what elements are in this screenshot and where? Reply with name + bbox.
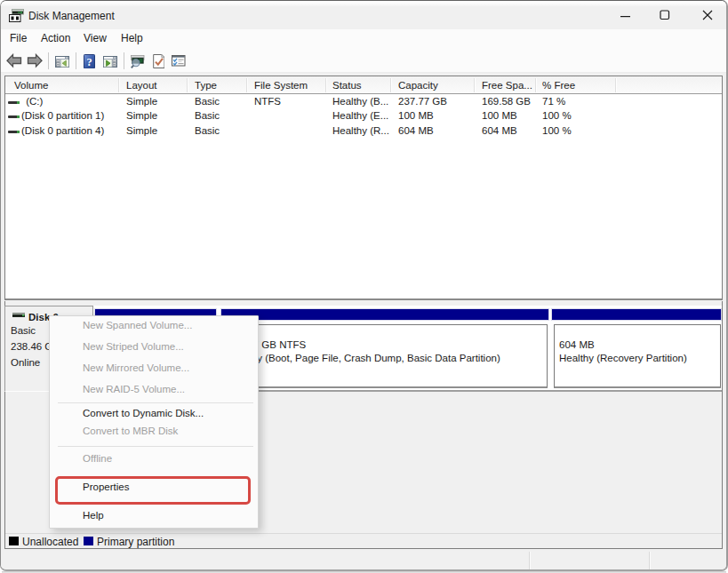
svg-text:?: ?: [86, 55, 92, 68]
